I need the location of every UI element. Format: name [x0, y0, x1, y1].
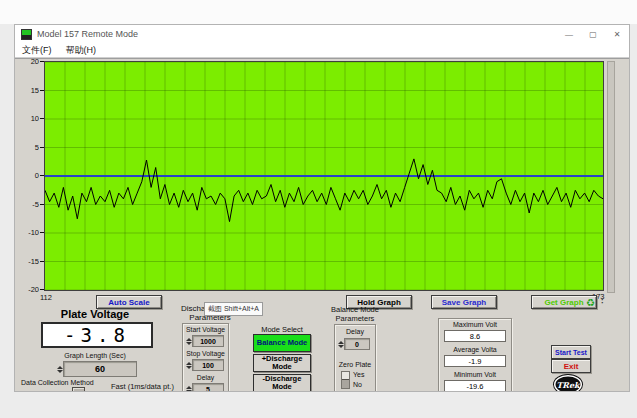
discharge-delay-input[interactable]: 5	[192, 383, 224, 392]
y-axis-tick-label: 20	[17, 57, 39, 66]
y-axis-tick-label: 0	[17, 171, 39, 180]
start-voltage-spinner[interactable]	[186, 336, 192, 346]
y-axis-tick-label: -15	[17, 257, 39, 266]
maximum-volts-value: 8.6	[444, 330, 506, 342]
main-panel: 20151050-5-10-15-20 112 173 Auto Scale H…	[15, 58, 629, 391]
balance-header-1: Balance Mode	[320, 305, 390, 314]
maximize-icon[interactable]: ▢	[581, 25, 605, 43]
app-icon	[21, 29, 32, 40]
y-axis-tick	[40, 289, 44, 290]
minimum-volts-value: -19.6	[444, 380, 506, 392]
balance-delay-input[interactable]: 0	[344, 338, 370, 350]
trek-logo: TRek	[554, 375, 582, 392]
zero-plate-toggle[interactable]	[341, 371, 350, 389]
menu-bar: 文件(F) 帮助(H)	[15, 43, 629, 58]
minus-discharge-mode-button[interactable]: -Discharge Mode	[253, 374, 311, 392]
plate-voltage-display: -3.8	[41, 322, 153, 348]
zero-plate-toggle-handle[interactable]	[342, 379, 349, 388]
y-axis-tick-label: 15	[17, 86, 39, 95]
exit-button[interactable]: Exit	[551, 359, 591, 373]
y-axis-tick-label: 5	[17, 143, 39, 152]
y-axis-tick-label: -5	[17, 200, 39, 209]
zero-plate-no-label: No	[353, 381, 373, 388]
recycle-icon[interactable]: ♻	[586, 297, 595, 308]
mode-select-label: Mode Select	[251, 325, 313, 334]
start-voltage-input[interactable]: 1000	[192, 335, 224, 347]
balance-mode-button[interactable]: Balance Mode	[253, 334, 311, 352]
minimize-icon[interactable]: —	[557, 25, 581, 43]
stop-voltage-label: Stop Voltage	[182, 350, 229, 357]
dots-icon: ∶	[601, 297, 604, 306]
balance-delay-spinner[interactable]	[338, 339, 344, 349]
start-test-button[interactable]: Start Test	[551, 345, 591, 359]
auto-scale-button[interactable]: Auto Scale	[96, 295, 162, 309]
balance-header-2: Parameters	[320, 314, 390, 323]
stop-voltage-spinner[interactable]	[186, 360, 192, 370]
stop-voltage-input[interactable]: 100	[192, 359, 224, 371]
chart-scrollbar[interactable]	[607, 61, 615, 293]
chart-canvas	[45, 62, 603, 290]
save-graph-button[interactable]: Save Graph	[431, 295, 497, 309]
title-bar: Model 157 Remote Mode — ▢ ✕	[15, 25, 629, 43]
average-voltage-label: Average Volta	[438, 346, 512, 353]
menu-file[interactable]: 文件(F)	[15, 44, 59, 57]
x-axis-start-label: 112	[40, 293, 52, 302]
menu-help[interactable]: 帮助(H)	[59, 44, 104, 57]
y-axis-tick-label: -20	[17, 285, 39, 294]
plus-discharge-mode-button[interactable]: +Discharge Mode	[253, 354, 311, 372]
y-axis-tick	[40, 175, 44, 176]
window-title: Model 157 Remote Mode	[37, 29, 138, 39]
graph-length-spinner[interactable]	[57, 362, 63, 376]
discharge-delay-label: Delay	[182, 374, 229, 381]
y-axis-tick	[40, 90, 44, 91]
start-voltage-label: Start Voltage	[182, 326, 229, 333]
desktop-background	[0, 0, 637, 24]
screenshot-tooltip: 截图 Shift+Alt+A	[204, 302, 263, 316]
data-collection-slider[interactable]	[72, 387, 85, 392]
graph-length-label: Graph Length (Sec)	[25, 352, 165, 359]
average-voltage-value: -1.9	[444, 355, 506, 367]
y-axis-tick-label: 10	[17, 114, 39, 123]
plate-voltage-title: Plate Voltage	[25, 308, 165, 320]
y-axis-tick	[40, 204, 44, 205]
y-axis-tick	[40, 61, 44, 62]
graph-length-input[interactable]: 60	[63, 361, 137, 377]
app-window: Model 157 Remote Mode — ▢ ✕ 文件(F) 帮助(H) …	[14, 24, 630, 392]
zero-plate-yes-label: Yes	[353, 371, 373, 378]
maximum-volts-label: Maximum Volt	[438, 321, 512, 328]
y-axis-tick	[40, 147, 44, 148]
y-axis-tick	[40, 118, 44, 119]
balance-delay-label: Delay	[334, 328, 376, 335]
voltage-chart	[44, 61, 604, 291]
close-icon[interactable]: ✕	[605, 25, 629, 43]
minimum-volts-label: Minimum Volt	[438, 371, 512, 378]
discharge-groupbox	[182, 323, 229, 392]
y-axis-tick-label: -10	[17, 228, 39, 237]
y-axis-tick	[40, 232, 44, 233]
y-axis-tick	[40, 261, 44, 262]
discharge-delay-spinner[interactable]	[186, 384, 192, 392]
zero-plate-label: Zero Plate	[334, 361, 376, 368]
